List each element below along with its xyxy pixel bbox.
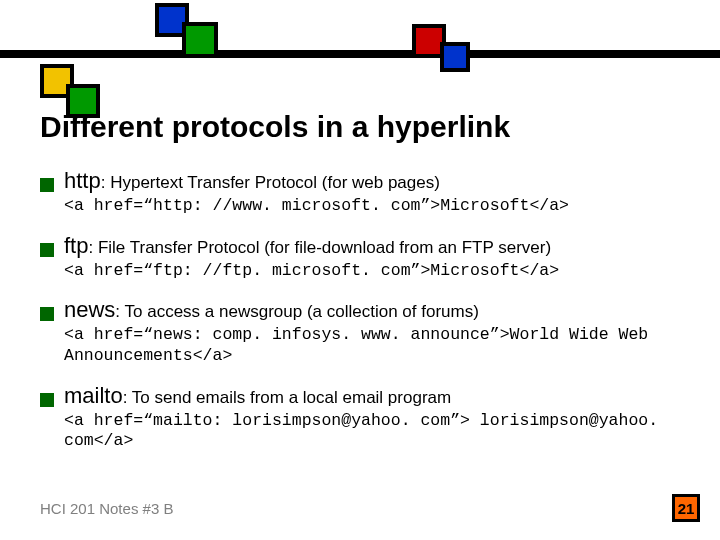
bullet-icon <box>40 178 54 192</box>
page-number: 21 <box>672 494 700 522</box>
square-blue-2 <box>440 42 470 72</box>
code-example: <a href=“news: comp. infosys. www. annou… <box>64 325 680 366</box>
bullet-icon <box>40 393 54 407</box>
list-item: news : To access a newsgroup (a collecti… <box>40 297 680 366</box>
protocol-desc: : To access a newsgroup (a collection of… <box>115 302 478 322</box>
protocol-term: mailto <box>64 383 123 409</box>
slide-content: Different protocols in a hyperlink http … <box>40 110 680 468</box>
protocol-term: http <box>64 168 101 194</box>
protocol-desc: : File Transfer Protocol (for file-downl… <box>88 238 551 258</box>
item-heading: news : To access a newsgroup (a collecti… <box>40 297 680 323</box>
slide-title: Different protocols in a hyperlink <box>40 110 680 144</box>
header-decoration <box>0 0 720 80</box>
protocol-desc: : To send emails from a local email prog… <box>123 388 452 408</box>
code-example: <a href=“http: //www. microsoft. com”>Mi… <box>64 196 680 217</box>
horizontal-bar <box>0 50 720 58</box>
page-number-value: 21 <box>678 500 695 517</box>
protocol-desc: : Hypertext Transfer Protocol (for web p… <box>101 173 440 193</box>
code-example: <a href=“mailto: lorisimpson@yahoo. com”… <box>64 411 680 452</box>
list-item: ftp : File Transfer Protocol (for file-d… <box>40 233 680 282</box>
code-example: <a href=“ftp: //ftp. microsoft. com”>Mic… <box>64 261 680 282</box>
item-heading: http : Hypertext Transfer Protocol (for … <box>40 168 680 194</box>
list-item: http : Hypertext Transfer Protocol (for … <box>40 168 680 217</box>
protocol-term: news <box>64 297 115 323</box>
protocol-term: ftp <box>64 233 88 259</box>
bullet-icon <box>40 243 54 257</box>
square-green-2 <box>182 22 218 58</box>
item-heading: mailto : To send emails from a local ema… <box>40 383 680 409</box>
slide-footer: HCI 201 Notes #3 B 21 <box>40 494 700 522</box>
footer-text: HCI 201 Notes #3 B <box>40 500 173 517</box>
bullet-icon <box>40 307 54 321</box>
list-item: mailto : To send emails from a local ema… <box>40 383 680 452</box>
item-heading: ftp : File Transfer Protocol (for file-d… <box>40 233 680 259</box>
